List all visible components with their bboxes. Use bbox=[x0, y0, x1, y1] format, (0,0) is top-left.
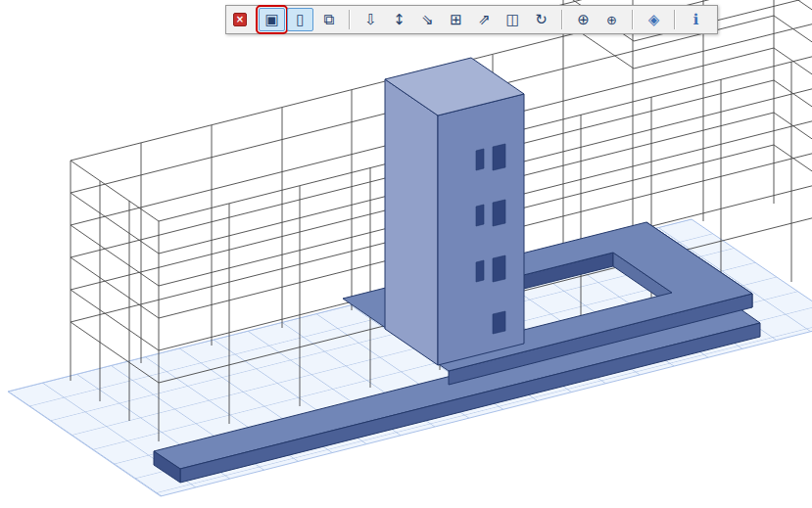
drag-a-copy-button[interactable]: ⇗ bbox=[471, 8, 498, 31]
zoom-to-selection-icon: ⊕ bbox=[606, 14, 617, 26]
zoom-in-button[interactable]: ⊕ bbox=[570, 8, 597, 31]
column-tool-icon: ▯ bbox=[296, 13, 304, 27]
multiply-element-button[interactable]: ⊞ bbox=[443, 8, 469, 31]
mirror-element-icon: ◫ bbox=[505, 13, 519, 27]
quick-info-button[interactable]: ℹ bbox=[683, 8, 709, 31]
core-tower-left-face bbox=[385, 79, 438, 365]
mirror-element-button[interactable]: ◫ bbox=[500, 8, 526, 31]
stretch-element-button[interactable]: ⇘ bbox=[414, 8, 441, 31]
column-tool-button[interactable]: ▯ bbox=[287, 8, 313, 31]
quick-info-icon: ℹ bbox=[693, 13, 699, 27]
multiply-element-icon: ⊞ bbox=[450, 13, 462, 27]
rendering-layers-icon: ◈ bbox=[648, 13, 660, 27]
zoom-to-selection-button[interactable]: ⊕ bbox=[598, 8, 625, 31]
copy-settings-button[interactable]: ⧉ bbox=[315, 8, 342, 31]
drag-element-button[interactable]: ⇩ bbox=[358, 8, 384, 31]
rendering-layers-button[interactable]: ◈ bbox=[641, 8, 667, 31]
stretch-element-icon: ⇘ bbox=[421, 13, 434, 27]
select-elements-button[interactable]: ▣ bbox=[259, 8, 285, 31]
copy-settings-icon: ⧉ bbox=[323, 13, 334, 27]
select-elements-icon: ▣ bbox=[264, 13, 278, 27]
zoom-in-icon: ⊕ bbox=[577, 13, 590, 27]
core-tower-front-face bbox=[438, 94, 524, 365]
rotate-element-icon: ↻ bbox=[535, 13, 548, 27]
toolbar-separator bbox=[674, 10, 676, 29]
elevate-element-button[interactable]: ↕ bbox=[386, 8, 412, 31]
core-tower[interactable] bbox=[385, 58, 524, 365]
toolbar-separator bbox=[561, 10, 563, 29]
rotate-element-button[interactable]: ↻ bbox=[528, 8, 554, 31]
toolbar-separator bbox=[632, 10, 634, 29]
toolbar-separator bbox=[349, 10, 351, 29]
viewport-3d[interactable] bbox=[0, 0, 812, 508]
close-toolbar-button[interactable]: × bbox=[233, 13, 247, 26]
drag-a-copy-icon: ⇗ bbox=[478, 13, 491, 27]
elevate-element-icon: ↕ bbox=[393, 13, 406, 27]
drag-element-icon: ⇩ bbox=[364, 13, 377, 27]
app-window: { "window": { "width": 829, "height": 51… bbox=[0, 0, 812, 508]
floating-toolbar: × ▣ ▯ ⧉ ⇩ ↕ ⇘ ⊞ ⇗ ◫ ↻ ⊕ ⊕ ◈ ℹ bbox=[225, 5, 718, 34]
